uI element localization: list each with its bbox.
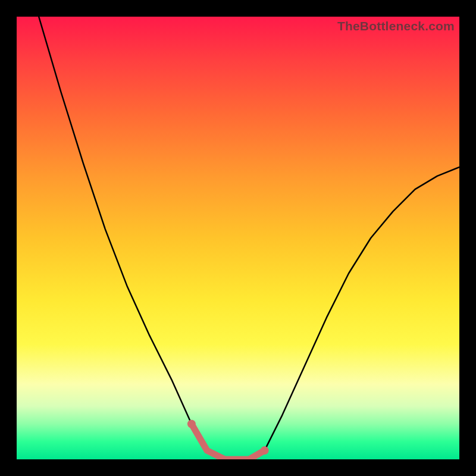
- plot-area: TheBottleneck.com: [17, 17, 459, 459]
- valley-highlight-line: [192, 424, 265, 459]
- bottleneck-curve-line: [17, 17, 459, 459]
- chart-frame: TheBottleneck.com: [0, 0, 476, 476]
- valley-highlight-dot: [261, 446, 269, 455]
- chart-svg: [17, 17, 459, 459]
- valley-highlight-dot: [187, 419, 196, 428]
